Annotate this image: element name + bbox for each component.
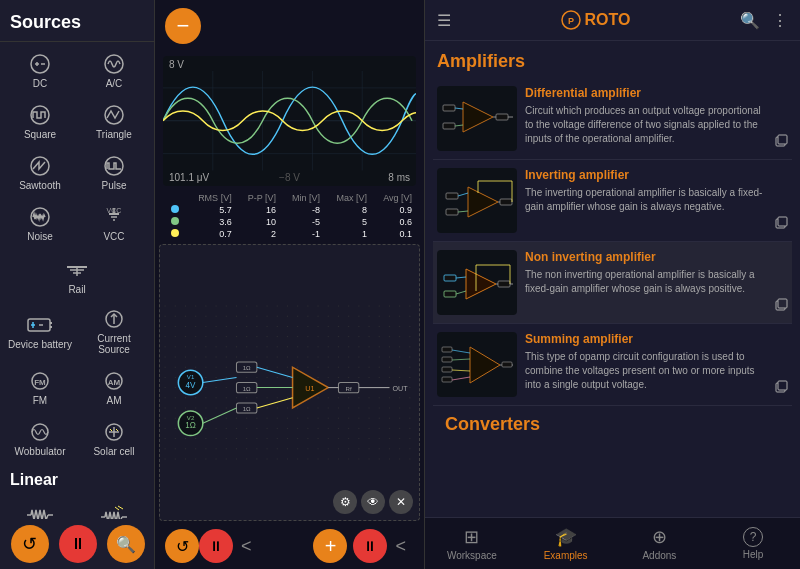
copy-icon-inverting[interactable] [774,168,788,233]
add-button[interactable]: + [313,529,347,563]
cell-pp-1: 16 [236,204,280,216]
noise-label: Noise [27,231,53,242]
pause-button-left[interactable]: ⏸ [59,525,97,563]
component-current-source[interactable]: Current Source [78,301,150,361]
svg-rect-86 [443,105,455,111]
example-differential[interactable]: Differential amplifier Circuit which pro… [433,78,792,160]
component-solar-cell[interactable]: Solar cell [78,414,150,463]
svg-rect-88 [496,114,508,120]
eye-button[interactable]: 👁 [361,490,385,514]
copy-svg [774,133,788,147]
svg-text:1Ω: 1Ω [243,385,251,392]
sawtooth-svg [25,155,55,177]
svg-rect-99 [500,199,512,205]
chevron-left-middle2[interactable]: < [387,532,414,561]
differential-thumbnail [437,86,517,151]
pulse-svg [99,155,129,177]
svg-rect-129 [778,381,787,390]
device-battery-icon [24,313,56,337]
example-summing[interactable]: Summing amplifier This type of opamp cir… [433,324,792,406]
col-min: Min [V] [280,192,324,204]
inverting-content: Inverting amplifier The inverting operat… [525,168,766,233]
pulse-label: Pulse [101,180,126,191]
addons-icon: ⊕ [652,526,667,548]
non-inverting-desc: The non inverting operational amplifier … [525,268,766,296]
more-icon[interactable]: ⋮ [772,11,788,30]
example-inverting[interactable]: Inverting amplifier The inverting operat… [433,160,792,242]
copy-svg-3 [774,297,788,311]
wobbulator-svg [25,422,55,442]
circuit-controls: ⚙ 👁 ✕ [333,490,413,514]
minus-button[interactable]: − [165,8,201,44]
search-button[interactable]: 🔍 [107,525,145,563]
svg-text:V2: V2 [187,414,195,421]
component-triangle[interactable]: Triangle [78,97,150,146]
help-label: Help [743,549,764,560]
noise-svg [25,206,55,228]
channel1-dot [171,205,179,213]
pause-btn-middle2[interactable]: ⏸ [353,529,387,563]
pause-btn-middle[interactable]: ⏸ [199,529,233,563]
differential-desc: Circuit which produces an output voltage… [525,104,766,146]
refresh-btn-middle[interactable]: ↺ [165,529,199,563]
cell-rms-3: 0.7 [185,228,236,240]
summing-circuit-svg [438,333,516,396]
cell-min-1: -8 [280,204,324,216]
rail-icon [61,258,93,282]
non-inverting-title: Non inverting amplifier [525,250,766,264]
component-rail[interactable]: Rail [4,252,150,301]
voltage-bottom-label: −8 V [279,172,300,183]
circuit-canvas: V1 4V V2 1Ω 1Ω 1Ω 1Ω U1 Rf OUT [159,244,420,521]
settings-button[interactable]: ⚙ [333,490,357,514]
col-max: Max [V] [324,192,371,204]
refresh-button-left[interactable]: ↺ [11,525,49,563]
hamburger-icon[interactable]: ☰ [437,11,451,30]
component-square[interactable]: Square [4,97,76,146]
nav-addons[interactable]: ⊕ Addons [613,518,707,569]
copy-icon-non-inverting[interactable] [774,250,788,315]
fm-icon: FM [24,369,56,393]
search-icon[interactable]: 🔍 [740,11,760,30]
channel2-dot [171,217,179,225]
component-fm[interactable]: FM FM [4,363,76,412]
component-am[interactable]: AM AM [78,363,150,412]
table-row-1: 5.7 16 -8 8 0.9 [163,204,416,216]
component-noise[interactable]: Noise [4,199,76,248]
cell-max-2: 5 [324,216,371,228]
examples-list: Differential amplifier Circuit which pro… [425,78,800,517]
svg-text:V1: V1 [187,373,195,380]
right-header: ☰ P ROTO 🔍 ⋮ [425,0,800,41]
component-device-battery[interactable]: Device battery [4,301,76,361]
converters-title: Converters [433,406,792,439]
component-wobbulator[interactable]: Wobbulator [4,414,76,463]
inverting-desc: The inverting operational amplifier is b… [525,186,766,214]
copy-icon-differential[interactable] [774,86,788,151]
table-row-3: 0.7 2 -1 1 0.1 [163,228,416,240]
nav-help[interactable]: ? Help [706,518,800,569]
examples-label: Examples [544,550,588,561]
noise-icon [24,205,56,229]
triangle-icon [98,103,130,127]
dc-svg [25,53,55,75]
svg-rect-115 [778,299,787,308]
right-panel: ☰ P ROTO 🔍 ⋮ Amplifiers [425,0,800,569]
component-pulse[interactable]: Pulse [78,148,150,197]
inverting-thumbnail [437,168,517,233]
chevron-left-middle[interactable]: < [233,532,260,561]
svg-text:1Ω: 1Ω [243,405,251,412]
measurement-table: RMS [V] P-P [V] Min [V] Max [V] Avg [V] … [163,192,416,240]
bottom-nav: ⊞ Workspace 🎓 Examples ⊕ Addons ? Help [425,517,800,569]
copy-icon-summing[interactable] [774,332,788,397]
component-ac[interactable]: A/C [78,46,150,95]
fm-svg: FM [25,371,55,391]
non-inverting-circuit-svg [438,251,516,314]
close-button[interactable]: ✕ [389,490,413,514]
component-vcc[interactable]: VCC VCC [78,199,150,248]
component-dc[interactable]: DC [4,46,76,95]
square-icon [24,103,56,127]
nav-workspace[interactable]: ⊞ Workspace [425,518,519,569]
nav-examples[interactable]: 🎓 Examples [519,518,613,569]
svg-rect-127 [502,362,512,367]
component-sawtooth[interactable]: Sawtooth [4,148,76,197]
example-non-inverting[interactable]: Non inverting amplifier The non invertin… [433,242,792,324]
